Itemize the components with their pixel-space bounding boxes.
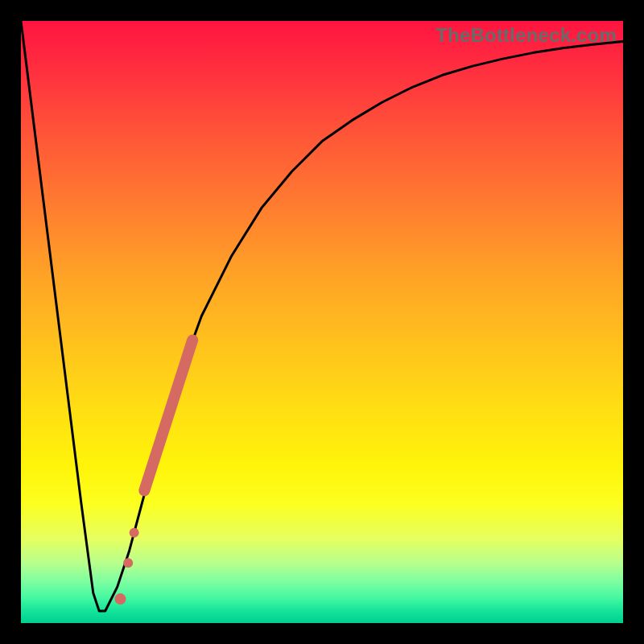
highlight-segment: [144, 340, 192, 490]
highlight-dot: [130, 528, 139, 538]
highlight-markers: [114, 340, 192, 605]
chart-frame: TheBottleneck.com: [0, 0, 644, 644]
highlight-dot: [114, 593, 126, 605]
highlight-dot: [123, 558, 133, 568]
plot-area: TheBottleneck.com: [21, 21, 623, 623]
curve-layer: [21, 21, 623, 623]
bottleneck-curve: [21, 21, 623, 611]
